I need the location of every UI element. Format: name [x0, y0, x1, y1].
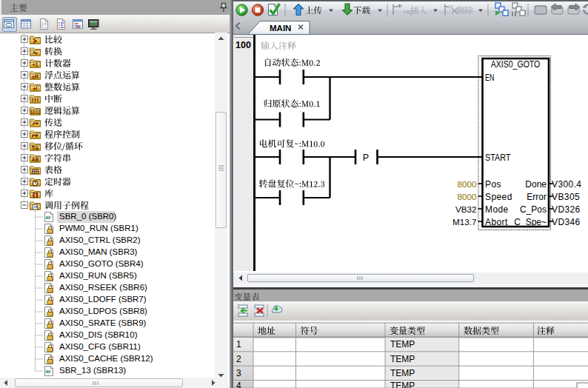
svg-text:1011: 1011 [30, 110, 40, 115]
svg-text:Abort: Abort [485, 217, 508, 227]
svg-text:P: P [363, 153, 369, 163]
svg-text:VD326: VD326 [552, 204, 581, 215]
svg-text:TEMP: TEMP [390, 368, 415, 378]
svg-text:AB: AB [31, 157, 39, 162]
svg-text:V300.4: V300.4 [552, 179, 581, 190]
svg-text:100: 100 [235, 40, 251, 50]
svg-text:C_Spe~: C_Spe~ [514, 217, 547, 227]
svg-text:4: 4 [236, 381, 241, 388]
svg-text:±I: ±I [33, 86, 38, 91]
svg-text:8000: 8000 [457, 192, 477, 201]
svg-text:+1: +1 [33, 62, 39, 67]
svg-text:START: START [485, 153, 511, 163]
svg-text:VB32: VB32 [455, 204, 477, 214]
svg-text:8000: 8000 [457, 179, 477, 189]
svg-text:TEMP: TEMP [390, 354, 415, 364]
svg-text:Pos: Pos [485, 179, 501, 190]
svg-text:1: 1 [236, 339, 241, 349]
svg-text:AXIS0_GOTO: AXIS0_GOTO [491, 59, 541, 70]
svg-text:C_Pos: C_Pos [520, 204, 547, 215]
svg-text:3: 3 [236, 368, 241, 378]
svg-text:M13.7: M13.7 [452, 217, 476, 227]
svg-text:Done: Done [525, 179, 547, 190]
svg-text:VB305: VB305 [552, 192, 580, 202]
svg-text:TEMP: TEMP [390, 339, 415, 349]
svg-text:Mode: Mode [485, 204, 509, 215]
svg-text:±R: ±R [32, 74, 39, 79]
svg-text:VD346: VD346 [552, 217, 581, 227]
svg-text:MAIN: MAIN [270, 24, 291, 33]
svg-text:Error: Error [527, 192, 547, 202]
svg-text:TEMP: TEMP [390, 381, 415, 388]
svg-text:2: 2 [236, 354, 241, 364]
svg-text:EN: EN [485, 73, 495, 83]
svg-text:Speed: Speed [485, 192, 512, 202]
